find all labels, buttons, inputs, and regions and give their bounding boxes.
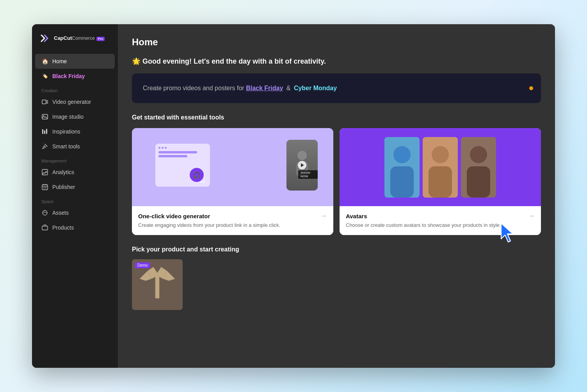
black-friday-icon: 🏷️ [41,73,48,80]
svg-rect-2 [42,114,48,119]
avatar-photo-2 [423,137,458,198]
sidebar-item-products-label: Products [52,225,74,231]
svg-rect-11 [46,187,46,188]
show-now-badge: SHOW NOW [298,170,318,179]
sidebar-item-black-friday-label: Black Friday [52,73,85,79]
tool-card-video-info: One-click video generator → Create engag… [132,206,333,235]
logo-icon [38,32,51,45]
essential-tools-section-title: Get started with essential tools [132,114,541,121]
sidebar-item-analytics[interactable]: Analytics [35,165,115,180]
section-label-creation: Creation [32,84,118,94]
promo-banner[interactable]: Create promo videos and posters for Blac… [132,73,541,103]
section-label-space: Space [32,194,118,205]
tool-card-avatars[interactable]: Avatars → Choose or create custom avatar… [340,128,541,235]
sidebar-item-products[interactable]: Products [35,220,115,235]
product-card-img: Demo [132,259,183,310]
svg-point-13 [297,151,307,160]
vg-phone-img: SHOW NOW [286,140,318,191]
svg-rect-10 [44,187,45,188]
svg-point-22 [470,146,487,163]
section-label-management: Management [32,154,118,165]
demo-badge: Demo [135,262,150,268]
tool-card-video-title: One-click video generator [138,213,210,219]
sidebar-item-publisher[interactable]: Publisher [35,180,115,194]
promo-banner-text: Create promo videos and posters for Blac… [143,85,337,92]
sidebar-item-image-studio-label: Image studio [52,114,84,120]
tool-card-video-desc: Create engaging videos from your product… [138,222,327,229]
sidebar-item-publisher-label: Publisher [52,184,75,190]
promo-dot-decoration [529,86,533,90]
sidebar-item-inspirations-label: Inspirations [52,128,80,135]
tool-card-avatars-arrow: → [528,212,535,219]
video-generator-icon [41,98,48,105]
svg-point-19 [432,146,449,163]
svg-rect-9 [43,187,44,188]
sidebar-item-assets[interactable]: Assets [35,205,115,220]
svg-rect-6 [46,129,47,134]
sidebar-item-analytics-label: Analytics [52,169,74,175]
sidebar-navigation: 🏠 Home 🏷️ Black Friday Creation Video ge… [32,54,118,360]
vg-arrow: → [198,176,207,187]
tool-card-avatars-title-row: Avatars → [346,212,535,219]
sidebar-item-smart-tools[interactable]: Smart tools [35,139,115,154]
svg-rect-8 [42,185,48,190]
svg-point-16 [393,146,411,163]
sidebar-item-video-generator-label: Video generator [52,99,91,105]
vg-dot-2 [162,147,164,149]
vg-line-2 [158,155,187,157]
vg-dot-3 [165,147,167,149]
vg-dot-1 [158,147,160,149]
sidebar-item-home-label: Home [52,58,67,64]
sidebar-item-assets-label: Assets [52,210,69,216]
app-window: CapCutCommercePro 🏠 Home 🏷️ Black Friday… [32,24,555,368]
vg-line-1 [158,151,197,153]
inspirations-icon [41,128,48,135]
smart-tools-icon [41,143,48,150]
sidebar-item-home[interactable]: 🏠 Home [35,54,115,69]
svg-rect-5 [44,130,45,134]
vg-visual: 🎧 → [132,128,333,206]
avatar-photo-3 [461,137,496,198]
svg-rect-17 [390,166,414,198]
avatar-photo-1 [384,137,420,198]
svg-rect-4 [42,129,43,134]
vg-play-button [298,161,306,169]
logo-text: CapCutCommercePro [54,35,105,41]
logo-main-text: CapCutCommercePro [54,35,105,41]
tool-card-avatars-title: Avatars [346,213,367,219]
tool-card-avatars-desc: Choose or create custom avatars to showc… [346,222,535,229]
sidebar-item-image-studio[interactable]: Image studio [35,109,115,124]
svg-rect-23 [467,166,490,198]
tool-card-video-title-row: One-click video generator → [138,212,327,219]
tool-card-video-arrow: → [321,212,327,219]
tool-card-avatars-info: Avatars → Choose or create custom avatar… [340,206,541,235]
tool-card-video-generator[interactable]: 🎧 → [132,128,333,235]
home-icon: 🏠 [41,58,48,65]
products-icon [41,224,48,231]
logo-area: CapCutCommercePro [32,32,118,54]
tools-grid: 🎧 → [132,128,541,235]
svg-rect-20 [429,166,452,198]
sidebar-item-video-generator[interactable]: Video generator [35,94,115,109]
product-cards-row: Demo [132,259,541,310]
tool-card-avatars-visual [340,128,541,206]
sidebar-item-inspirations[interactable]: Inspirations [35,124,115,139]
sidebar: CapCutCommercePro 🏠 Home 🏷️ Black Friday… [32,24,118,368]
publisher-icon [41,184,48,191]
svg-rect-12 [42,226,48,230]
product-card-demo[interactable]: Demo [132,259,183,310]
av-visual [377,129,504,205]
sidebar-item-smart-tools-label: Smart tools [52,143,80,150]
image-studio-icon [41,113,48,120]
vg-window-dots [158,147,207,149]
tool-card-video-visual: 🎧 → [132,128,333,206]
analytics-icon [41,169,48,176]
pick-product-title: Pick your product and start creating [132,246,541,253]
sidebar-item-black-friday[interactable]: 🏷️ Black Friday [35,69,115,84]
tools-grid-container: 🎧 → [132,128,541,235]
pro-badge: Pro [96,37,105,41]
page-title: Home [132,37,541,48]
main-content: Home 🌟 Good evening! Let's end the day w… [118,24,555,368]
svg-rect-1 [42,100,46,104]
greeting-banner: 🌟 Good evening! Let's end the day with a… [132,57,541,66]
